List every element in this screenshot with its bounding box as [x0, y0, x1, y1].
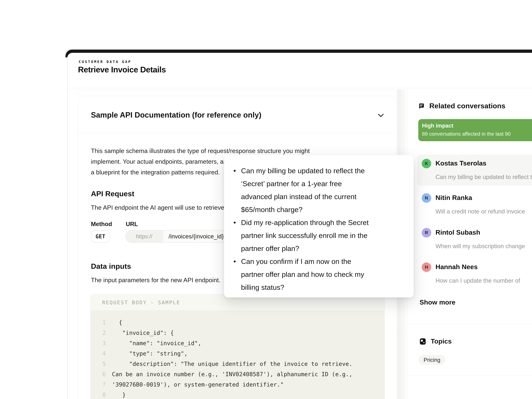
chevron-down-icon[interactable]: [377, 112, 385, 119]
tooltip-bullet: Can my billing be updated to reflect the…: [241, 164, 408, 216]
code-line: 2 "invoice_id": {: [91, 328, 384, 338]
conversation-item-preview[interactable]: When will my subscription change: [436, 243, 532, 250]
method-select[interactable]: GET: [91, 230, 110, 243]
related-conversations-title: Related conversations: [429, 102, 505, 110]
customer-questions-tooltip: Can my billing be updated to reflect the…: [224, 155, 414, 298]
code-line: 5 "description": "The unique identifier …: [91, 359, 384, 369]
sidebar-section-divider: [407, 324, 532, 324]
conversation-item-preview[interactable]: Can my billing be updated to reflect the: [436, 174, 532, 180]
topics-icon: [419, 338, 426, 345]
conversation-item-name[interactable]: Nitin Ranka: [436, 194, 472, 202]
code-line: 1 {: [91, 317, 384, 328]
conversation-item-preview[interactable]: How can I update the number of: [436, 277, 532, 284]
avatar: K: [422, 159, 431, 168]
conversation-item-preview[interactable]: Will a credit note or refund invoice: [436, 208, 532, 215]
code-block-body: 1 { 2 "invoice_id": { 3 "name": "invoice…: [91, 310, 384, 399]
impact-badge: High impact 89 conversations affected in…: [418, 119, 532, 141]
impact-label: High impact: [422, 122, 453, 129]
code-line: 6Can be an invoice number (e.g., 'INV024…: [91, 369, 384, 379]
conversation-item-name[interactable]: Kostas Tserolas: [436, 159, 486, 167]
header-divider: [68, 88, 532, 88]
url-scheme-prefix: https://: [126, 230, 163, 242]
topic-tag-pricing[interactable]: Pricing: [419, 355, 445, 365]
show-more-button[interactable]: Show more: [419, 298, 456, 306]
avatar: N: [422, 193, 431, 203]
topics-title: Topics: [431, 337, 452, 345]
code-line: 8 }: [91, 390, 384, 399]
url-path-value: /invoices/{invoice_id}: [163, 230, 224, 242]
page-title: Retrieve Invoice Details: [78, 65, 166, 74]
conversation-item-name[interactable]: Hannah Nees: [436, 263, 478, 271]
method-label: Method: [91, 221, 112, 228]
sample-api-doc-title: Sample API Documentation (for reference …: [91, 111, 261, 119]
tooltip-bullet: Did my re-application through the Secret…: [241, 216, 408, 255]
code-line: 7'390276B0-0019'), or system-generated i…: [91, 379, 384, 390]
previous-card-edge: [78, 90, 396, 96]
chat-bubble-icon: [418, 103, 424, 109]
api-request-heading: API Request: [91, 190, 134, 198]
avatar: R: [422, 228, 431, 237]
page-eyebrow: CUSTOMER DATA GAP: [79, 60, 131, 64]
url-label: URL: [126, 221, 138, 228]
data-inputs-heading: Data inputs: [91, 262, 131, 270]
card-header-divider: [78, 133, 396, 133]
code-line: 4 "type": "string",: [91, 348, 384, 359]
sidebar-section-divider: [407, 376, 532, 376]
intro-line: a blueprint for the integration patterns…: [91, 169, 220, 176]
intro-line: This sample schema illustrates the type …: [91, 147, 310, 154]
code-line: 3 "name": "invoice_id",: [91, 338, 384, 348]
avatar: H: [422, 262, 431, 272]
tooltip-bullet-list: Can my billing be updated to reflect the…: [233, 164, 408, 294]
tooltip-bullet: Can you confirm if I am now on the partn…: [241, 255, 408, 294]
conversation-item-name[interactable]: Rintol Subash: [436, 228, 480, 236]
request-body-code-block: REQUEST BODY - SAMPLE 1 { 2 "invoice_id"…: [90, 294, 385, 399]
data-inputs-description: The input parameters for the new API end…: [91, 276, 221, 284]
impact-detail: 89 conversations affected in the last 90: [422, 131, 511, 137]
